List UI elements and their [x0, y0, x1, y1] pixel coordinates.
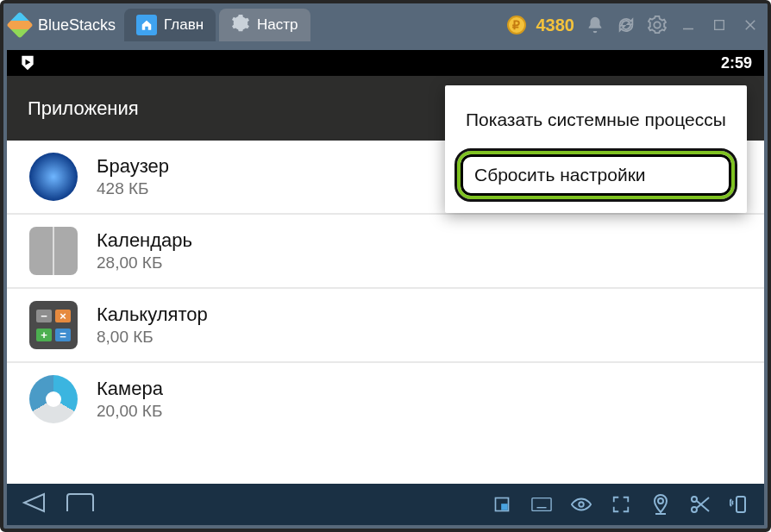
svg-rect-1 — [715, 21, 724, 30]
minimize-button[interactable] — [678, 17, 699, 33]
svg-rect-8 — [532, 498, 551, 511]
maximize-button[interactable] — [709, 18, 730, 32]
android-navbar — [7, 484, 764, 525]
gear-icon — [231, 14, 250, 37]
app-name: Календарь — [97, 229, 192, 252]
svg-point-23 — [692, 497, 697, 502]
section-title: Приложения — [28, 97, 139, 120]
eye-icon[interactable] — [571, 494, 592, 515]
coin-count: 4380 — [536, 16, 575, 35]
tab-home-label: Главн — [164, 16, 204, 34]
app-size: 8,00 КБ — [97, 328, 208, 347]
home-icon — [136, 15, 157, 35]
calculator-icon: −×+= — [29, 301, 78, 349]
app-name: Браузер — [97, 155, 169, 178]
tab-settings[interactable]: Настр — [219, 9, 310, 41]
sync-icon[interactable] — [616, 16, 636, 34]
tab-settings-label: Настр — [257, 16, 298, 34]
svg-point-21 — [658, 498, 663, 504]
app-glyph-icon — [19, 54, 36, 72]
app-size: 20,00 КБ — [97, 402, 163, 421]
mini-window-icon[interactable] — [492, 494, 512, 515]
svg-point-20 — [579, 502, 584, 507]
svg-point-24 — [692, 507, 697, 512]
app-size: 28,00 КБ — [97, 253, 192, 272]
home-button[interactable] — [66, 492, 95, 516]
app-size: 428 КБ — [97, 179, 169, 198]
scissors-icon[interactable] — [690, 494, 711, 515]
list-item[interactable]: −×+= Калькулятор 8,00 КБ — [7, 289, 764, 363]
fullscreen-icon[interactable] — [611, 494, 631, 515]
menu-reset-settings[interactable]: Сбросить настройки — [457, 151, 735, 199]
menu-show-system-processes[interactable]: Показать системные процессы — [445, 94, 747, 146]
list-item[interactable]: Камера 20,00 КБ — [7, 363, 764, 435]
svg-rect-27 — [737, 497, 745, 512]
window-titlebar: BlueStacks Главн Настр ₽ 4380 — [3, 3, 768, 47]
settings-icon[interactable] — [647, 16, 668, 34]
app-name: Калькулятор — [97, 304, 208, 326]
camera-icon — [29, 375, 78, 423]
app-name: Камера — [97, 378, 163, 400]
close-button[interactable] — [740, 17, 761, 33]
calendar-icon — [29, 227, 78, 275]
tab-home[interactable]: Главн — [124, 9, 216, 41]
android-statusbar: 2:59 — [7, 50, 764, 76]
svg-rect-7 — [501, 504, 508, 510]
bluestacks-logo-icon — [6, 11, 33, 38]
keyboard-icon[interactable] — [531, 494, 552, 515]
list-item[interactable]: Календарь 28,00 КБ — [7, 215, 764, 289]
overflow-menu: Показать системные процессы Сбросить нас… — [445, 85, 747, 213]
location-icon[interactable] — [650, 494, 671, 515]
browser-icon — [29, 153, 78, 201]
notifications-icon[interactable] — [585, 16, 605, 34]
status-time: 2:59 — [721, 54, 752, 72]
shake-icon[interactable] — [730, 494, 750, 515]
coin-icon: ₽ — [507, 16, 526, 34]
back-button[interactable] — [21, 491, 47, 517]
window-title: BlueStacks — [38, 16, 116, 34]
